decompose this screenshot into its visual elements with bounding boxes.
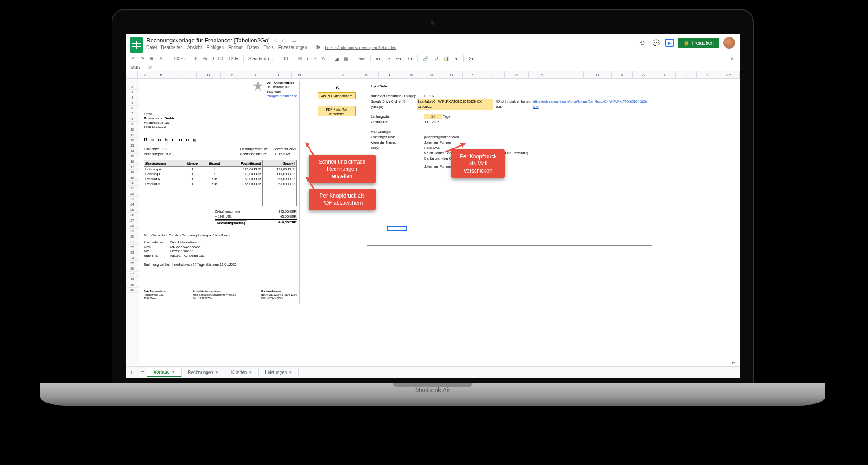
link-icon[interactable]: 🔗 bbox=[422, 55, 430, 62]
chevron-down-icon[interactable]: ▼ bbox=[289, 370, 292, 374]
column-header[interactable]: L bbox=[379, 71, 402, 78]
row-header[interactable]: 16 bbox=[126, 159, 139, 165]
row-header[interactable]: 34 bbox=[126, 255, 139, 261]
zoom-select[interactable]: 100% bbox=[172, 55, 186, 62]
tab-kunden[interactable]: Kunden▼ bbox=[225, 368, 259, 377]
row-header[interactable]: 39 bbox=[126, 282, 139, 288]
redo-icon[interactable]: ↷ bbox=[139, 55, 145, 62]
borders-icon[interactable]: ▦ bbox=[343, 55, 349, 62]
menu-einfuegen[interactable]: Einfügen bbox=[207, 45, 224, 50]
row-header[interactable]: 23 bbox=[126, 197, 139, 202]
cloud-icon[interactable]: ☁ bbox=[291, 37, 296, 44]
decimals-icon[interactable]: .0 .00 bbox=[211, 55, 224, 62]
bold-icon[interactable]: B bbox=[297, 55, 303, 62]
strike-icon[interactable]: S bbox=[312, 55, 318, 62]
tab-rechnungen[interactable]: Rechnungen▼ bbox=[182, 368, 225, 377]
row-header[interactable]: 18 bbox=[126, 170, 139, 175]
column-header[interactable]: A bbox=[138, 71, 153, 78]
chevron-down-icon[interactable]: ▼ bbox=[171, 370, 175, 374]
row-header[interactable]: 27 bbox=[126, 218, 139, 223]
menu-tools[interactable]: Tools bbox=[263, 45, 273, 50]
meet-icon[interactable]: ▸ bbox=[665, 39, 674, 47]
last-edit-link[interactable]: Letzte Änderung vor wenigen Sekunden bbox=[325, 45, 396, 50]
row-header[interactable]: 3 bbox=[126, 90, 139, 95]
column-header[interactable]: O bbox=[441, 71, 463, 78]
valign-icon[interactable]: ↕▾ bbox=[384, 55, 392, 62]
filter-icon[interactable]: ▼ bbox=[453, 55, 460, 62]
row-header[interactable]: 35 bbox=[126, 261, 139, 266]
collapse-icon[interactable]: ᐱ bbox=[729, 55, 735, 62]
wrap-icon[interactable]: ↩▾ bbox=[394, 55, 403, 62]
star-icon[interactable]: ☆ bbox=[273, 37, 278, 44]
row-header[interactable]: 26 bbox=[126, 213, 139, 218]
comment-btn-icon[interactable]: 🗨 bbox=[432, 55, 439, 62]
rotate-icon[interactable]: ⤹▾ bbox=[405, 55, 414, 62]
add-sheet-icon[interactable]: + bbox=[126, 369, 136, 376]
paint-icon[interactable]: ✎ bbox=[158, 55, 164, 62]
comment-icon[interactable]: 💬 bbox=[651, 38, 661, 48]
column-header[interactable]: M bbox=[402, 71, 422, 78]
row-header[interactable]: 8 bbox=[126, 116, 139, 122]
move-icon[interactable]: 🗀 bbox=[282, 37, 287, 44]
undo-icon[interactable]: ↶ bbox=[130, 55, 136, 62]
column-header[interactable]: V bbox=[612, 71, 633, 78]
row-header[interactable]: 22 bbox=[126, 191, 139, 197]
column-header[interactable]: W bbox=[633, 71, 654, 78]
row-header[interactable]: 6 bbox=[126, 106, 139, 111]
column-headers[interactable]: ABCDEFGHIJKLMNOPQRSTUVWXYZAA bbox=[126, 71, 740, 79]
percent-icon[interactable]: % bbox=[201, 55, 208, 62]
column-header[interactable]: T bbox=[556, 71, 584, 78]
company-email[interactable]: mau@mustermann.at bbox=[267, 95, 297, 98]
row-header[interactable]: 38 bbox=[126, 277, 139, 282]
menu-ansicht[interactable]: Ansicht bbox=[187, 45, 202, 50]
menu-hilfe[interactable]: Hilfe bbox=[311, 45, 320, 50]
menu-bearbeiten[interactable]: Bearbeiten bbox=[161, 45, 182, 50]
drive-link[interactable]: https://drive.google.com/drive/folders/1… bbox=[533, 99, 648, 110]
document-title[interactable]: Rechnungsvorlage für Freelancer [Tabelle… bbox=[146, 37, 270, 44]
row-header[interactable]: 12 bbox=[126, 138, 139, 143]
halign-icon[interactable]: ≡▾ bbox=[374, 55, 382, 62]
row-headers[interactable]: 1234567891011121314151617181920212223242… bbox=[126, 79, 139, 365]
row-header[interactable]: 33 bbox=[126, 250, 139, 255]
column-header[interactable]: P bbox=[463, 71, 482, 78]
name-box-input[interactable] bbox=[126, 64, 145, 71]
row-header[interactable]: 40 bbox=[126, 288, 139, 293]
row-header[interactable]: 2 bbox=[126, 84, 139, 90]
row-header[interactable]: 36 bbox=[126, 266, 139, 272]
column-header[interactable]: I bbox=[307, 71, 331, 78]
row-header[interactable]: 25 bbox=[126, 207, 139, 213]
column-header[interactable]: X bbox=[654, 71, 676, 78]
row-header[interactable]: 21 bbox=[126, 186, 139, 191]
row-header[interactable]: 31 bbox=[126, 239, 139, 245]
column-header[interactable]: U bbox=[584, 71, 612, 78]
sheets-logo-icon[interactable] bbox=[130, 37, 143, 53]
column-header[interactable]: Y bbox=[676, 71, 697, 78]
tab-vorlage[interactable]: Vorlage▼ bbox=[147, 368, 182, 377]
more-formats[interactable]: 123▾ bbox=[227, 55, 240, 62]
row-header[interactable]: 13 bbox=[126, 143, 139, 148]
column-header[interactable]: R bbox=[505, 71, 529, 78]
column-header[interactable]: C bbox=[169, 71, 197, 78]
row-header[interactable]: 28 bbox=[126, 223, 139, 229]
all-sheets-icon[interactable]: ≡ bbox=[136, 369, 147, 376]
save-pdf-button[interactable]: Als PDF abspeichern bbox=[318, 92, 356, 99]
avatar[interactable] bbox=[723, 37, 735, 49]
row-header[interactable]: 4 bbox=[126, 95, 139, 100]
column-header[interactable]: N bbox=[422, 71, 441, 78]
history-icon[interactable]: ⟲ bbox=[637, 38, 647, 48]
chevron-down-icon[interactable]: ▼ bbox=[248, 370, 252, 374]
chevron-down-icon[interactable]: ▼ bbox=[215, 370, 219, 374]
text-color-icon[interactable]: A bbox=[321, 55, 327, 62]
row-header[interactable]: 10 bbox=[126, 127, 139, 132]
italic-icon[interactable]: I bbox=[306, 55, 310, 62]
column-header[interactable]: S bbox=[529, 71, 556, 78]
functions-icon[interactable]: Σ▾ bbox=[467, 55, 475, 62]
row-header[interactable]: 20 bbox=[126, 181, 139, 186]
column-header[interactable]: F bbox=[244, 71, 268, 78]
row-header[interactable]: 1 bbox=[126, 79, 139, 84]
menu-datei[interactable]: Datei bbox=[146, 45, 157, 50]
row-header[interactable]: 17 bbox=[126, 165, 139, 170]
column-header[interactable]: H bbox=[292, 71, 307, 78]
row-header[interactable]: 5 bbox=[126, 100, 139, 106]
column-header[interactable]: B bbox=[153, 71, 169, 78]
